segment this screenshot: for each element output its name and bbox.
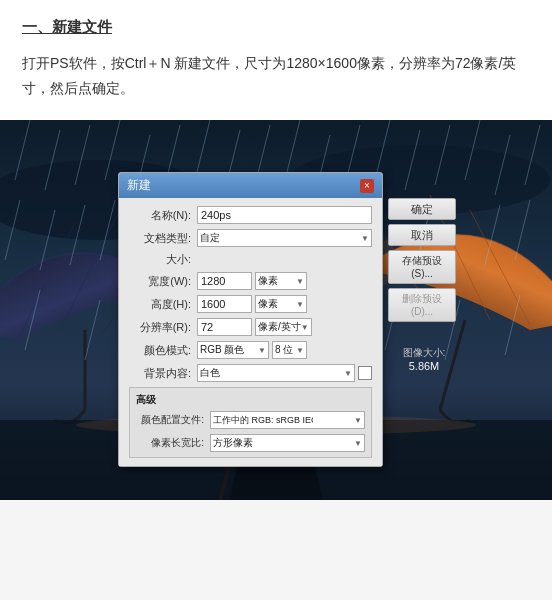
doc-type-arrow: ▼ (361, 234, 369, 243)
doc-type-label: 文档类型: (129, 231, 197, 246)
section-body: 打开PS软件，按Ctrl＋N 新建文件，尺寸为1280×1600像素，分辨率为7… (22, 51, 530, 100)
color-depth-arrow: ▼ (296, 346, 304, 355)
save-preset-button[interactable]: 存储预设(S)... (388, 250, 456, 284)
cancel-button[interactable]: 取消 (388, 224, 456, 246)
width-unit-arrow: ▼ (296, 277, 304, 286)
width-row: 宽度(W): 1280 像素 ▼ (129, 272, 372, 290)
name-input[interactable]: 240ps (197, 206, 372, 224)
resolution-input-group: 72 像素/英寸 ▼ (197, 318, 372, 336)
size-label: 大小: (129, 252, 197, 267)
color-depth-select[interactable]: 8 位 ▼ (272, 341, 307, 359)
dialog-buttons: 确定 取消 存储预设(S)... 删除预设(D)... 图像大小: 5.86M (388, 198, 460, 372)
width-input[interactable]: 1280 (197, 272, 252, 290)
color-profile-select[interactable]: 工作中的 RGB: sRGB IEC61... ▼ (210, 411, 365, 429)
resolution-label: 分辨率(R): (129, 320, 197, 335)
bg-content-label: 背景内容: (129, 366, 197, 381)
height-label: 高度(H): (129, 297, 197, 312)
height-input-group: 1600 像素 ▼ (197, 295, 372, 313)
image-section: 新建 × 名称(N): 240ps 文档类型: 自定 (0, 120, 552, 500)
size-label-row: 大小: (129, 252, 372, 267)
section-title: 一、新建文件 (22, 18, 530, 37)
color-profile-label: 颜色配置文件: (136, 413, 210, 427)
bg-content-select[interactable]: 白色 ▼ (197, 364, 355, 382)
dialog-title: 新建 (127, 177, 151, 194)
height-unit-arrow: ▼ (296, 300, 304, 309)
doc-type-row: 文档类型: 自定 ▼ (129, 229, 372, 247)
dialog-body: 名称(N): 240ps 文档类型: 自定 ▼ 大小: (119, 198, 382, 466)
dialog-new-file: 新建 × 名称(N): 240ps 文档类型: 自定 (118, 172, 383, 467)
name-row: 名称(N): 240ps (129, 206, 372, 224)
color-profile-row: 颜色配置文件: 工作中的 RGB: sRGB IEC61... ▼ (136, 411, 365, 429)
bg-content-row: 背景内容: 白色 ▼ (129, 364, 372, 382)
image-size-label: 图像大小: (388, 346, 460, 360)
color-mode-row: 颜色模式: RGB 颜色 ▼ 8 位 ▼ (129, 341, 372, 359)
pixel-ratio-label: 像素长宽比: (136, 436, 210, 450)
bg-color-swatch[interactable] (358, 366, 372, 380)
color-profile-arrow: ▼ (354, 416, 362, 425)
advanced-title: 高级 (136, 393, 365, 407)
pixel-ratio-arrow: ▼ (354, 439, 362, 448)
name-label: 名称(N): (129, 208, 197, 223)
color-mode-arrow: ▼ (258, 346, 266, 355)
pixel-ratio-select[interactable]: 方形像素 ▼ (210, 434, 365, 452)
dialog-advanced: 高级 颜色配置文件: 工作中的 RGB: sRGB IEC61... ▼ 像素长… (129, 387, 372, 458)
width-label: 宽度(W): (129, 274, 197, 289)
resolution-row: 分辨率(R): 72 像素/英寸 ▼ (129, 318, 372, 336)
pixel-ratio-row: 像素长宽比: 方形像素 ▼ (136, 434, 365, 452)
ok-button[interactable]: 确定 (388, 198, 456, 220)
image-size-value: 5.86M (388, 360, 460, 372)
delete-preset-button[interactable]: 删除预设(D)... (388, 288, 456, 322)
bg-content-group: 白色 ▼ (197, 364, 372, 382)
dialog-close-button[interactable]: × (360, 179, 374, 193)
color-mode-select[interactable]: RGB 颜色 ▼ (197, 341, 269, 359)
color-mode-label: 颜色模式: (129, 343, 197, 358)
resolution-input[interactable]: 72 (197, 318, 252, 336)
width-input-group: 1280 像素 ▼ (197, 272, 372, 290)
image-size-info: 图像大小: 5.86M (388, 346, 460, 372)
resolution-unit-arrow: ▼ (301, 323, 309, 332)
width-unit-select[interactable]: 像素 ▼ (255, 272, 307, 290)
height-unit-select[interactable]: 像素 ▼ (255, 295, 307, 313)
height-row: 高度(H): 1600 像素 ▼ (129, 295, 372, 313)
dialog-content-wrapper: 名称(N): 240ps 文档类型: 自定 ▼ 大小: (119, 198, 382, 466)
color-mode-input-group: RGB 颜色 ▼ 8 位 ▼ (197, 341, 372, 359)
dialog-titlebar: 新建 × (119, 173, 382, 198)
doc-type-select[interactable]: 自定 ▼ (197, 229, 372, 247)
height-input[interactable]: 1600 (197, 295, 252, 313)
text-section: 一、新建文件 打开PS软件，按Ctrl＋N 新建文件，尺寸为1280×1600像… (0, 0, 552, 120)
resolution-unit-select[interactable]: 像素/英寸 ▼ (255, 318, 312, 336)
bg-content-arrow: ▼ (344, 369, 352, 378)
